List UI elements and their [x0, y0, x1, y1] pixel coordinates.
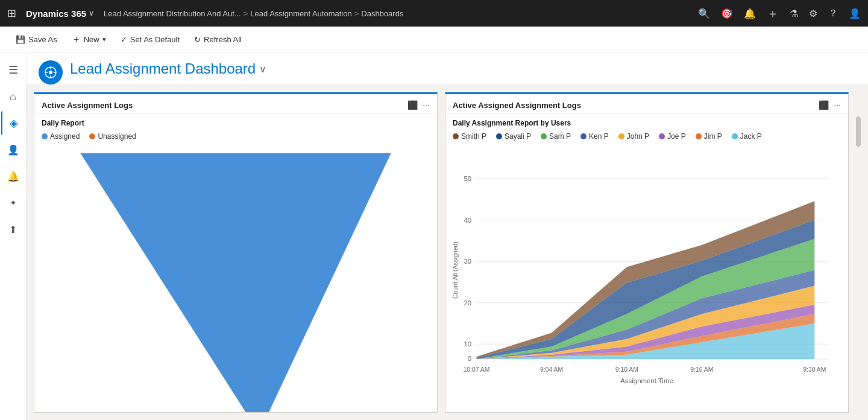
- breadcrumb-sep1: >: [244, 9, 248, 18]
- settings-icon[interactable]: ⚙: [809, 8, 817, 19]
- top-navigation: ⊞ Dynamics 365 ∨ Lead Assignment Distrib…: [0, 0, 868, 27]
- legend-unassigned-label: Unassigned: [98, 132, 136, 141]
- refresh-icon: ↻: [194, 35, 201, 44]
- svg-point-1: [49, 71, 52, 74]
- funnel-svg: 84 2: [42, 145, 430, 412]
- brand-dropdown-icon[interactable]: ∨: [89, 9, 94, 18]
- x-label-4: 9:16 AM: [690, 366, 713, 373]
- x-label-2: 9:04 AM: [540, 366, 563, 373]
- funnel-assigned-shape: [80, 153, 391, 412]
- breadcrumb-app[interactable]: Lead Assignment Distribution And Aut...: [104, 9, 241, 18]
- new-label: New: [84, 35, 99, 44]
- y-label-0: 0: [468, 355, 471, 362]
- legend-jack: Jack P: [732, 132, 762, 141]
- save-as-button[interactable]: 💾 Save As: [10, 33, 63, 46]
- page-title: Lead Assignment Dashboard ∨: [70, 60, 266, 84]
- page-title-dropdown-icon[interactable]: ∨: [259, 63, 266, 75]
- x-label-1: 10:07 AM: [464, 366, 490, 373]
- target-icon[interactable]: 🎯: [721, 8, 733, 19]
- set-as-default-button[interactable]: ✓ Set As Default: [115, 33, 186, 46]
- page-title-text: Lead Assignment Dashboard: [70, 60, 256, 77]
- y-axis-label: Count:All (Assigned): [453, 241, 459, 299]
- right-chart-actions: ⬛ ···: [819, 100, 841, 110]
- legend-unassigned-dot: [89, 133, 95, 139]
- y-label-20: 20: [464, 299, 471, 307]
- top-nav-actions: 🔍 🎯 🔔 ＋ ⚗ ⚙ ？ 👤: [698, 5, 861, 22]
- legend-ken-dot: [580, 133, 587, 139]
- breadcrumb-section[interactable]: Lead Assignment Automation: [250, 9, 351, 18]
- legend-assigned-label: Assigned: [50, 132, 80, 141]
- area-chart: 50 40 30 20 10 0: [453, 145, 841, 407]
- filter-icon[interactable]: ⚗: [790, 8, 798, 19]
- left-chart-body: Daily Report Assigned Unassigned: [34, 114, 437, 412]
- legend-sayali-dot: [496, 133, 502, 139]
- x-label-5: 9:30 AM: [803, 366, 826, 373]
- check-icon: ✓: [121, 35, 127, 44]
- command-bar: 💾 Save As ＋ New ▾ ✓ Set As Default ↻ Ref…: [0, 27, 868, 53]
- legend-sam-label: Sam P: [549, 132, 571, 141]
- plus-icon[interactable]: ＋: [767, 5, 779, 22]
- new-button[interactable]: ＋ New ▾: [66, 31, 112, 48]
- sidebar-item-notifications[interactable]: 🔔: [1, 164, 25, 188]
- expand-icon[interactable]: ⬛: [407, 100, 418, 110]
- x-axis-label: Assignment Time: [620, 377, 673, 384]
- legend-unassigned: Unassigned: [89, 132, 136, 141]
- x-label-3: 9:10 AM: [615, 366, 638, 373]
- new-dropdown-icon[interactable]: ▾: [102, 36, 106, 43]
- plus-new-icon: ＋: [72, 34, 81, 45]
- help-icon[interactable]: ？: [828, 7, 838, 20]
- y-label-40: 40: [464, 217, 471, 224]
- legend-jim: Jim P: [696, 132, 722, 141]
- left-chart-header: Active Assignment Logs ⬛ ···: [34, 94, 437, 114]
- save-icon: 💾: [16, 35, 25, 44]
- sidebar-item-home[interactable]: ⌂: [1, 84, 25, 109]
- legend-john: John P: [618, 132, 649, 141]
- more-icon-right[interactable]: ···: [834, 100, 841, 110]
- refresh-all-label: Refresh All: [204, 35, 242, 44]
- right-chart-legend: Smith P Sayali P Sam P Ken P: [453, 132, 841, 141]
- y-label-50: 50: [464, 175, 471, 182]
- legend-john-label: John P: [627, 132, 649, 141]
- y-label-10: 10: [464, 340, 471, 348]
- breadcrumb-sep2: >: [354, 9, 359, 18]
- left-chart-card: Active Assignment Logs ⬛ ··· Daily Repor…: [34, 92, 438, 413]
- sidebar-item-dashboard[interactable]: ◈: [1, 111, 25, 135]
- left-chart-actions: ⬛ ···: [407, 100, 430, 110]
- right-chart-header: Active Assigned Assignment Logs ⬛ ···: [445, 94, 848, 114]
- legend-sayali: Sayali P: [496, 132, 531, 141]
- scrollbar-track[interactable]: [856, 92, 861, 413]
- legend-assigned: Assigned: [42, 132, 80, 141]
- legend-joe-dot: [659, 133, 665, 139]
- brand[interactable]: Dynamics 365 ∨: [26, 8, 94, 19]
- sidebar-item-leads[interactable]: ✦: [1, 191, 25, 215]
- sidebar-item-menu[interactable]: ☰: [1, 58, 25, 82]
- main-content: Lead Assignment Dashboard ∨ Active Assig…: [27, 53, 868, 420]
- refresh-all-button[interactable]: ↻ Refresh All: [188, 33, 248, 46]
- dashboard-grid: Active Assignment Logs ⬛ ··· Daily Repor…: [27, 85, 868, 420]
- sidebar-item-upload[interactable]: ⬆: [1, 217, 25, 241]
- legend-john-dot: [618, 133, 624, 139]
- set-as-default-label: Set As Default: [130, 35, 180, 44]
- page-icon: [39, 60, 63, 84]
- funnel-chart: 84 2: [42, 145, 430, 412]
- legend-sayali-label: Sayali P: [505, 132, 531, 141]
- grid-icon[interactable]: ⊞: [7, 7, 16, 20]
- search-icon[interactable]: 🔍: [698, 8, 710, 19]
- user-icon[interactable]: 👤: [849, 8, 861, 19]
- more-icon[interactable]: ···: [423, 100, 430, 110]
- sidebar-item-contacts[interactable]: 👤: [1, 138, 25, 162]
- right-chart-title: Active Assigned Assignment Logs: [453, 101, 581, 110]
- left-chart-subtitle: Daily Report: [42, 119, 430, 127]
- area-svg: 50 40 30 20 10 0: [453, 145, 841, 407]
- legend-smith-dot: [453, 133, 459, 139]
- legend-sam: Sam P: [541, 132, 571, 141]
- breadcrumb-page[interactable]: Dashboards: [361, 9, 403, 18]
- page-header: Lead Assignment Dashboard ∨: [27, 53, 868, 85]
- scrollbar-thumb[interactable]: [856, 116, 861, 147]
- legend-jim-label: Jim P: [704, 132, 722, 141]
- y-label-30: 30: [464, 258, 471, 265]
- breadcrumb: Lead Assignment Distribution And Aut... …: [104, 9, 403, 18]
- bell-icon[interactable]: 🔔: [744, 8, 756, 19]
- right-chart-subtitle: Daily Assignment Report by Users: [453, 119, 841, 127]
- expand-icon-right[interactable]: ⬛: [819, 100, 829, 110]
